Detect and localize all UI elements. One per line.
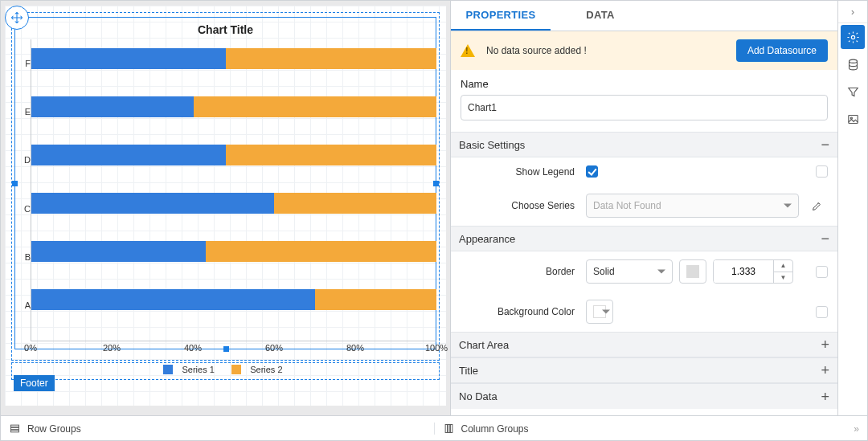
filter-tool-icon[interactable]: [841, 80, 865, 104]
svg-rect-5: [11, 427, 19, 430]
rows-icon: [9, 423, 21, 435]
image-tool-icon[interactable]: [841, 107, 865, 131]
collapse-icon: −: [821, 231, 829, 246]
section-chart-area[interactable]: Chart Area +: [451, 332, 837, 357]
row-groups-panel[interactable]: Row Groups: [1, 423, 435, 435]
bar-a: [31, 289, 436, 310]
data-tool-icon[interactable]: [841, 52, 865, 76]
column-groups-panel[interactable]: Column Groups »: [435, 423, 868, 435]
properties-panel: PROPERTIES DATA No data source added ! A…: [451, 1, 838, 415]
properties-tool-icon[interactable]: [841, 25, 865, 49]
alert-message: No data source added !: [486, 45, 736, 56]
datasource-alert: No data source added ! Add Datasource: [451, 31, 837, 70]
section-title[interactable]: Title +: [451, 357, 837, 383]
background-override-checkbox[interactable]: [816, 306, 828, 318]
expand-icon: +: [821, 337, 829, 352]
section-basic-settings[interactable]: Basic Settings −: [451, 132, 837, 157]
x-axis-labels: 0% 20% 40% 60% 80% 100%: [31, 343, 436, 356]
chart-title: Chart Title: [14, 23, 436, 36]
bar-e: [31, 96, 436, 117]
section-appearance[interactable]: Appearance −: [451, 226, 837, 251]
show-legend-override-checkbox[interactable]: [816, 165, 828, 178]
svg-rect-7: [445, 425, 448, 433]
collapse-panel-icon[interactable]: ›: [838, 1, 867, 23]
bar-f: [31, 48, 436, 69]
choose-series-dropdown[interactable]: Data Not Found: [586, 194, 799, 218]
stepper-up-icon[interactable]: ▲: [774, 260, 792, 272]
svg-rect-2: [848, 115, 857, 123]
stepper-down-icon[interactable]: ▼: [774, 272, 792, 284]
background-color-picker[interactable]: [586, 300, 613, 324]
warning-icon: [461, 44, 475, 57]
svg-rect-9: [450, 425, 452, 433]
tab-data[interactable]: DATA: [551, 1, 650, 31]
border-override-checkbox[interactable]: [816, 266, 828, 278]
svg-rect-8: [448, 425, 450, 433]
svg-rect-6: [11, 430, 19, 432]
chart-plot-area: [31, 39, 436, 341]
show-legend-label: Show Legend: [461, 166, 586, 178]
footer-tag[interactable]: Footer: [14, 375, 55, 391]
collapse-icon: −: [821, 137, 829, 152]
design-canvas[interactable]: Chart Title F E D C B A: [1, 1, 451, 415]
chevron-down-icon: [784, 204, 792, 208]
columns-icon: [443, 423, 455, 435]
svg-point-0: [851, 35, 854, 39]
groups-bar: Row Groups Column Groups »: [1, 415, 867, 441]
choose-series-label: Choose Series: [461, 200, 586, 211]
border-style-dropdown[interactable]: Solid: [586, 259, 673, 284]
y-axis-labels: F E D C B A: [19, 39, 31, 341]
section-no-data[interactable]: No Data +: [451, 383, 837, 409]
chevron-down-icon: [602, 310, 610, 314]
bar-d: [31, 145, 436, 165]
tool-strip: ›: [838, 1, 867, 415]
bar-b: [31, 241, 436, 262]
bar-c: [31, 193, 436, 214]
svg-rect-4: [11, 425, 19, 427]
selection-outline-footer: [11, 362, 440, 380]
border-width-stepper[interactable]: ▲ ▼: [713, 259, 793, 284]
tab-properties[interactable]: PROPERTIES: [451, 1, 551, 31]
move-handle-icon[interactable]: [5, 6, 29, 30]
chevron-right-icon: »: [854, 423, 859, 435]
name-input[interactable]: [461, 95, 828, 120]
svg-point-1: [849, 59, 857, 63]
expand-icon: +: [821, 363, 829, 378]
background-color-label: Background Color: [461, 306, 586, 317]
name-label: Name: [461, 78, 828, 90]
add-datasource-button[interactable]: Add Datasource: [736, 39, 828, 62]
expand-icon: +: [821, 390, 829, 404]
border-color-picker[interactable]: [679, 259, 706, 284]
edit-series-icon[interactable]: [805, 194, 828, 217]
border-label: Border: [461, 266, 586, 277]
show-legend-checkbox[interactable]: [586, 165, 598, 178]
chevron-down-icon: [657, 270, 665, 274]
